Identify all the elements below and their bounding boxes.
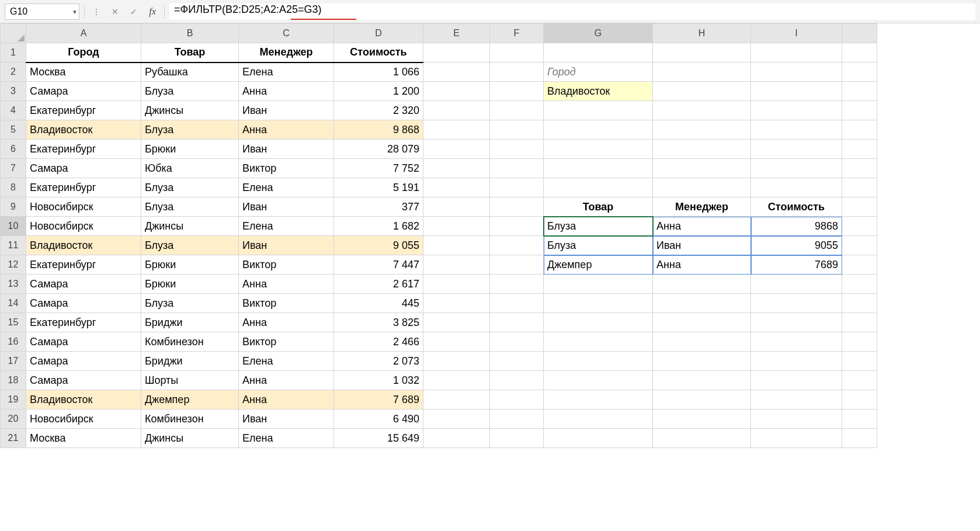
cell-F21[interactable] — [490, 429, 544, 448]
cell-C13[interactable]: Анна — [239, 275, 334, 294]
cell-E12[interactable] — [423, 255, 490, 275]
cell-I7[interactable] — [751, 159, 842, 178]
cell-D2[interactable]: 1 066 — [334, 63, 423, 82]
row-header-8[interactable]: 8 — [1, 178, 26, 197]
row-header-19[interactable]: 19 — [1, 390, 26, 409]
col-header-blank[interactable] — [842, 24, 877, 43]
cell-C16[interactable]: Виктор — [239, 332, 334, 352]
cell-H20[interactable] — [653, 409, 751, 429]
cell-D1[interactable]: Стоимость — [334, 43, 423, 63]
cell-F18[interactable] — [490, 371, 544, 390]
cell-F7[interactable] — [490, 159, 544, 178]
cell-H10[interactable]: Анна — [653, 217, 751, 236]
cell-E19[interactable] — [423, 390, 490, 409]
cell-I21[interactable] — [751, 429, 842, 448]
cell-F20[interactable] — [490, 409, 544, 429]
cell-D7[interactable]: 7 752 — [334, 159, 423, 178]
cell-H12[interactable]: Анна — [653, 255, 751, 275]
cell-G15[interactable] — [544, 313, 653, 332]
cell-G13[interactable] — [544, 275, 653, 294]
cell-B18[interactable]: Шорты — [141, 371, 239, 390]
cell-D17[interactable]: 2 073 — [334, 352, 423, 371]
cell-E14[interactable] — [423, 294, 490, 313]
cell-G18[interactable] — [544, 371, 653, 390]
row-header-4[interactable]: 4 — [1, 101, 26, 120]
cell-E7[interactable] — [423, 159, 490, 178]
cell-H2[interactable] — [653, 63, 751, 82]
cell-G16[interactable] — [544, 332, 653, 352]
cell-C11[interactable]: Иван — [239, 236, 334, 255]
cell-blank-3[interactable] — [842, 82, 877, 101]
cell-G8[interactable] — [544, 178, 653, 197]
cell-blank-21[interactable] — [842, 429, 877, 448]
cell-C15[interactable]: Анна — [239, 313, 334, 332]
cell-H5[interactable] — [653, 120, 751, 140]
row-header-11[interactable]: 11 — [1, 236, 26, 255]
cell-F4[interactable] — [490, 101, 544, 120]
cell-B9[interactable]: Блуза — [141, 197, 239, 217]
cell-B11[interactable]: Блуза — [141, 236, 239, 255]
cell-A14[interactable]: Самара — [26, 294, 141, 313]
cell-A5[interactable]: Владивосток — [26, 120, 141, 140]
cell-H17[interactable] — [653, 352, 751, 371]
cell-blank-18[interactable] — [842, 371, 877, 390]
cell-C8[interactable]: Елена — [239, 178, 334, 197]
cell-H19[interactable] — [653, 390, 751, 409]
cell-A15[interactable]: Екатеринбург — [26, 313, 141, 332]
cell-D14[interactable]: 445 — [334, 294, 423, 313]
cell-B21[interactable]: Джинсы — [141, 429, 239, 448]
cell-B1[interactable]: Товар — [141, 43, 239, 63]
cell-A2[interactable]: Москва — [26, 63, 141, 82]
col-header-G[interactable]: G — [544, 24, 653, 43]
cell-D4[interactable]: 2 320 — [334, 101, 423, 120]
cell-F10[interactable] — [490, 217, 544, 236]
cell-E21[interactable] — [423, 429, 490, 448]
cell-F8[interactable] — [490, 178, 544, 197]
cell-A20[interactable]: Новосибирск — [26, 409, 141, 429]
cell-C14[interactable]: Виктор — [239, 294, 334, 313]
cell-A8[interactable]: Екатеринбург — [26, 178, 141, 197]
cell-D6[interactable]: 28 079 — [334, 140, 423, 159]
cell-A3[interactable]: Самара — [26, 82, 141, 101]
cell-blank-2[interactable] — [842, 63, 877, 82]
cell-D9[interactable]: 377 — [334, 197, 423, 217]
fx-icon[interactable]: fx — [145, 5, 159, 19]
cell-A9[interactable]: Новосибирск — [26, 197, 141, 217]
cell-B5[interactable]: Блуза — [141, 120, 239, 140]
col-header-D[interactable]: D — [334, 24, 423, 43]
cell-C18[interactable]: Анна — [239, 371, 334, 390]
cell-I6[interactable] — [751, 140, 842, 159]
select-all-corner[interactable] — [1, 24, 26, 43]
cell-H11[interactable]: Иван — [653, 236, 751, 255]
cell-G12[interactable]: Джемпер — [544, 255, 653, 275]
cell-F3[interactable] — [490, 82, 544, 101]
more-icon[interactable]: ⋮ — [89, 5, 103, 19]
cell-B13[interactable]: Брюки — [141, 275, 239, 294]
cell-G10[interactable]: Блуза — [544, 217, 653, 236]
cell-blank-11[interactable] — [842, 236, 877, 255]
formula-input[interactable]: =ФИЛЬТР(B2:D25;A2:A25=G3) — [169, 4, 975, 20]
cell-F11[interactable] — [490, 236, 544, 255]
cell-A6[interactable]: Екатеринбург — [26, 140, 141, 159]
cell-B6[interactable]: Брюки — [141, 140, 239, 159]
cell-D13[interactable]: 2 617 — [334, 275, 423, 294]
cell-A17[interactable]: Самара — [26, 352, 141, 371]
cell-C2[interactable]: Елена — [239, 63, 334, 82]
cell-A18[interactable]: Самара — [26, 371, 141, 390]
cell-H16[interactable] — [653, 332, 751, 352]
cell-E2[interactable] — [423, 63, 490, 82]
cell-blank-17[interactable] — [842, 352, 877, 371]
cell-H21[interactable] — [653, 429, 751, 448]
row-header-7[interactable]: 7 — [1, 159, 26, 178]
cell-B14[interactable]: Блуза — [141, 294, 239, 313]
cell-B3[interactable]: Блуза — [141, 82, 239, 101]
cell-blank-1[interactable] — [842, 43, 877, 63]
cell-C19[interactable]: Анна — [239, 390, 334, 409]
row-header-15[interactable]: 15 — [1, 313, 26, 332]
cell-blank-19[interactable] — [842, 390, 877, 409]
row-header-1[interactable]: 1 — [1, 43, 26, 63]
cell-F6[interactable] — [490, 140, 544, 159]
cell-G21[interactable] — [544, 429, 653, 448]
cell-I5[interactable] — [751, 120, 842, 140]
cell-E10[interactable] — [423, 217, 490, 236]
